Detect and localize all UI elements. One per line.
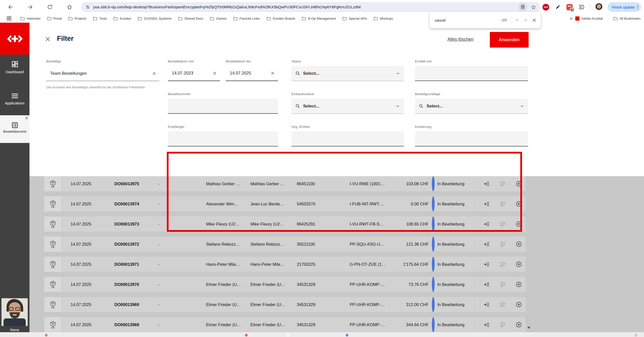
bookmark-folder[interactable]: Shared Docs	[178, 16, 203, 21]
return-goods-icon[interactable]	[499, 281, 506, 288]
clear-bestelltyp-icon[interactable]	[152, 71, 156, 76]
assign-order-icon[interactable]	[483, 201, 490, 207]
find-next-icon[interactable]	[521, 16, 530, 24]
bookmark-folder[interactable]: Kunden	[113, 16, 131, 21]
sidebar-item-dashboard[interactable]: Dashboard	[0, 60, 29, 74]
assign-order-icon[interactable]	[483, 221, 490, 227]
order-number[interactable]: DO00013970	[114, 277, 157, 292]
bestellgrundlage-select[interactable]: Select...	[415, 99, 528, 114]
assign-order-icon[interactable]	[483, 301, 490, 308]
return-goods-icon[interactable]	[499, 261, 506, 268]
find-previous-icon[interactable]	[513, 16, 521, 24]
assign-order-icon[interactable]	[483, 241, 490, 247]
bookmark-folder[interactable]: ZUGSEIL Systeme	[138, 16, 171, 21]
find-in-page-icon[interactable]	[519, 3, 527, 11]
cancel-order-icon[interactable]	[516, 241, 522, 247]
table-row[interactable]: CB 14.07.2025 DO00013969 - Elmer Frieder…	[44, 297, 526, 312]
filter-close-icon[interactable]	[45, 36, 51, 42]
bookmark-folder[interactable]: B-Op Management	[302, 16, 336, 21]
cancel-order-icon[interactable]	[516, 281, 522, 288]
sidebar-item-bestelluebersicht[interactable]: Bestellübersicht	[0, 115, 29, 143]
clear-all-button[interactable]: Alles löschen	[447, 37, 473, 42]
forward-icon[interactable]	[25, 2, 35, 12]
order-number[interactable]: DO00013968	[114, 317, 157, 332]
table-row[interactable]: CB 14.07.2025 DO00013968 - Elmer Frieder…	[44, 317, 526, 332]
return-goods-icon[interactable]	[499, 321, 506, 328]
return-goods-icon[interactable]	[499, 180, 506, 187]
status-select[interactable]: Select...	[292, 66, 404, 81]
clear-datum-von-icon[interactable]	[212, 71, 217, 76]
assign-order-icon[interactable]	[483, 321, 490, 328]
einkaufszweck-select[interactable]: Select...	[292, 99, 404, 114]
cancel-order-icon[interactable]	[516, 301, 522, 308]
clear-datum-bis-icon[interactable]	[270, 71, 275, 76]
find-query-input[interactable]: cancel	[435, 18, 502, 22]
close-app-icon[interactable]	[25, 116, 28, 120]
bestelldatum-von-input[interactable]: 14.07.2023	[168, 66, 220, 81]
address-bar[interactable]: psa.sbb.b-op.com/bop-desktop?BusinessPar…	[81, 2, 540, 12]
cancel-order-icon[interactable]	[516, 261, 522, 268]
bookmark-folder[interactable]: Heimnetz	[20, 16, 41, 21]
order-number[interactable]: DO00013974	[114, 196, 157, 211]
order-number[interactable]: DO00013969	[114, 297, 157, 312]
assign-order-icon[interactable]	[483, 281, 490, 288]
url-text[interactable]: psa.sbb.b-op.com/bop-desktop?BusinessPar…	[93, 5, 519, 9]
order-number[interactable]: DO00013972	[114, 237, 157, 252]
bookmark-star-icon[interactable]	[529, 3, 538, 11]
back-icon[interactable]	[6, 2, 16, 12]
apply-button[interactable]: Anwenden	[490, 32, 529, 48]
bookmark-folder[interactable]: Mockups	[374, 16, 393, 21]
bookmark-folder[interactable]: Privat	[47, 16, 62, 21]
erstellt-von-input[interactable]	[415, 66, 528, 81]
extensions-puzzle-icon[interactable]	[578, 4, 585, 11]
site-settings-icon[interactable]	[85, 5, 90, 10]
return-goods-icon[interactable]	[499, 221, 506, 227]
org-einheit-input[interactable]	[292, 131, 404, 146]
home-icon[interactable]	[65, 2, 75, 12]
adblock-extension-icon[interactable]: ABP	[542, 4, 549, 11]
table-row[interactable]: CB 14.07.2025 DO00013973 - Mike Fleury (…	[44, 216, 526, 232]
sidebar-item-applications[interactable]: Applications	[0, 93, 29, 105]
table-row[interactable]: CB 14.07.2025 DO00013970 - Elmer Frieder…	[44, 277, 526, 292]
assign-order-icon[interactable]	[483, 261, 490, 268]
bookmark-folder[interactable]: Special APIs	[342, 16, 367, 21]
eyedropper-extension-icon[interactable]	[554, 4, 561, 11]
user-avatar-photo[interactable]	[2, 298, 28, 326]
return-goods-icon[interactable]	[499, 301, 506, 308]
reload-icon[interactable]	[45, 2, 55, 12]
find-close-icon[interactable]	[530, 16, 538, 24]
bestellnummer-input[interactable]	[168, 99, 278, 114]
bookmark-folder[interactable]: Kunden Boards	[267, 16, 296, 21]
table-row[interactable]: CB 14.07.2025 DO00013972 - Stefano Reboz…	[44, 237, 526, 252]
bookmark-partial[interactable]: in	[570, 17, 573, 20]
table-row[interactable]: CB 14.07.2025 DO00013975 - Mathias Gerbe…	[44, 176, 526, 191]
return-goods-icon[interactable]	[499, 201, 506, 207]
order-number[interactable]: DO00013971	[114, 257, 157, 272]
bookmark-folder[interactable]: Favorite Links	[233, 16, 260, 21]
scroll-down-icon[interactable]	[527, 327, 530, 329]
cancel-order-icon[interactable]	[516, 321, 522, 328]
bestelldatum-bis-input[interactable]: 14.07.2025	[226, 66, 278, 81]
all-bookmarks-button[interactable]: All Bookmarks	[613, 16, 640, 21]
bestelltyp-input[interactable]: Team-Bestellungen	[46, 66, 159, 81]
empfaenger-input[interactable]	[168, 131, 278, 146]
browser-menu-icon[interactable]	[637, 5, 638, 9]
order-number[interactable]: DO00013975	[114, 176, 157, 191]
table-row[interactable]: CB 14.07.2025 DO00013971 - Hans-Peter Mi…	[44, 257, 526, 272]
browser-profile-avatar[interactable]	[595, 3, 603, 11]
order-number[interactable]: DO00013973	[114, 216, 157, 232]
bookmark-folder[interactable]: Tools	[93, 16, 107, 21]
finish-update-button[interactable]: Finish update	[608, 2, 641, 12]
cancel-order-icon[interactable]	[516, 180, 522, 187]
assign-order-icon[interactable]	[483, 180, 490, 187]
kontierung-input[interactable]	[415, 131, 528, 146]
bookmark-folder[interactable]: Games	[210, 16, 227, 21]
apps-grid-icon[interactable]	[7, 16, 12, 21]
table-row[interactable]: CB 14.07.2025 DO00013974 - Alexander Wim…	[44, 196, 526, 211]
bookmark-acrobat[interactable]: AAdobe Acrobat	[575, 16, 603, 21]
cancel-order-icon[interactable]	[516, 221, 522, 227]
bookmark-folder[interactable]: Projects	[68, 16, 86, 21]
return-goods-icon[interactable]	[499, 241, 506, 247]
mail-extension-icon[interactable]: 1	[566, 4, 573, 10]
cancel-order-icon[interactable]	[516, 201, 522, 207]
